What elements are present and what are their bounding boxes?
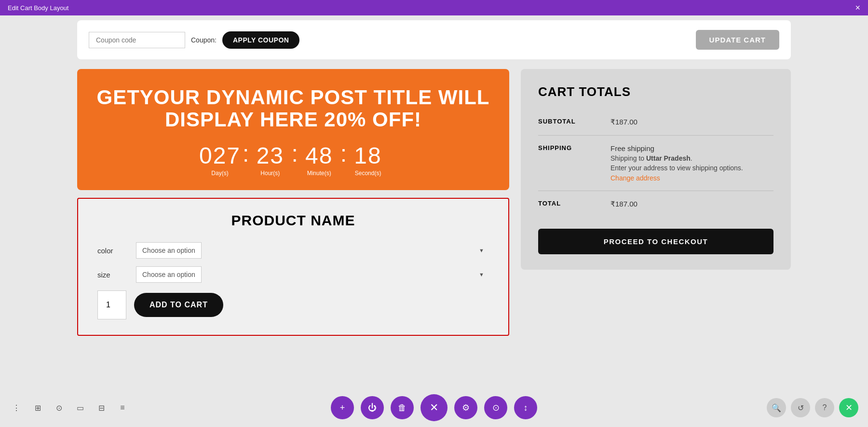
update-cart-button[interactable]: UPDATE CART xyxy=(696,30,779,50)
size-label: size xyxy=(97,271,126,279)
toolbar-tablet-icon[interactable]: ⊟ xyxy=(95,401,108,414)
shipping-free: Free shipping xyxy=(610,144,773,152)
close-icon[interactable]: × xyxy=(855,3,860,12)
size-select-wrapper: Choose an option xyxy=(136,266,489,283)
hours-value: 23 xyxy=(257,142,284,169)
toolbar-target-button[interactable]: ⊙ xyxy=(484,396,507,419)
total-value: ₹187.00 xyxy=(610,200,773,208)
coupon-label: Coupon: xyxy=(191,36,217,44)
main-content: Coupon: APPLY COUPON UPDATE CART GETYOUR… xyxy=(0,15,868,336)
countdown-hours: 23 Hour(s) xyxy=(251,142,289,177)
minutes-value: 48 xyxy=(305,142,333,169)
toolbar-search-icon[interactable]: ⊙ xyxy=(52,401,66,414)
toolbar-help-button[interactable]: ? xyxy=(815,398,834,417)
toolbar-grid-icon[interactable]: ⊞ xyxy=(31,401,44,414)
days-label: Day(s) xyxy=(211,170,228,177)
top-bar: Edit Cart Body Layout × xyxy=(0,0,868,15)
shipping-row: SHIPPING Free shipping Shipping to Uttar… xyxy=(538,136,773,191)
toolbar-mobile-icon[interactable]: ≡ xyxy=(116,401,129,414)
shipping-to: Shipping to Uttar Pradesh. xyxy=(610,154,773,162)
two-column-layout: GETYOUR DYNAMIC POST TITLE WILL DISPLAY … xyxy=(77,69,791,336)
subtotal-row: SUBTOTAL ₹187.00 xyxy=(538,109,773,136)
toolbar-settings-button[interactable]: ⚙ xyxy=(454,396,477,419)
toolbar-right: 🔍 ↺ ? ✕ xyxy=(767,398,858,417)
countdown-seconds: 18 Second(s) xyxy=(349,142,387,177)
apply-coupon-button[interactable]: APPLY COUPON xyxy=(222,31,299,49)
countdown: 027 Day(s) : 23 Hour(s) : 48 Minute(s) : xyxy=(87,142,500,177)
cart-totals-panel: CART TOTALS SUBTOTAL ₹187.00 SHIPPING Fr… xyxy=(521,69,791,270)
size-option-row: size Choose an option xyxy=(97,266,489,283)
proceed-to-checkout-button[interactable]: PROCEED TO CHECKOUT xyxy=(538,229,773,254)
coupon-row: Coupon: APPLY COUPON UPDATE CART xyxy=(77,20,791,59)
add-to-cart-row: ADD TO CART xyxy=(97,290,489,319)
quantity-input[interactable] xyxy=(97,290,126,319)
toolbar-desktop-icon[interactable]: ▭ xyxy=(73,401,87,414)
shipping-value: Free shipping Shipping to Uttar Pradesh.… xyxy=(610,144,773,182)
bottom-toolbar: ⋮ ⊞ ⊙ ▭ ⊟ ≡ + ⏻ 🗑 ✕ ⚙ ⊙ ↕ 🔍 ↺ ? ✕ xyxy=(0,388,868,427)
change-address-link[interactable]: Change address xyxy=(610,174,660,182)
color-select[interactable]: Choose an option xyxy=(136,242,202,259)
color-option-row: color Choose an option xyxy=(97,242,489,259)
add-to-cart-button[interactable]: ADD TO CART xyxy=(134,293,223,317)
left-column: GETYOUR DYNAMIC POST TITLE WILL DISPLAY … xyxy=(77,69,509,336)
color-select-wrapper: Choose an option xyxy=(136,242,489,259)
toolbar-delete-button[interactable]: 🗑 xyxy=(391,396,414,419)
minutes-label: Minute(s) xyxy=(307,170,331,177)
toolbar-center: + ⏻ 🗑 ✕ ⚙ ⊙ ↕ xyxy=(331,394,537,421)
shipping-enter: Enter your address to view shipping opti… xyxy=(610,164,773,172)
total-label: TOTAL xyxy=(538,200,601,207)
days-value: 027 xyxy=(199,142,241,169)
toolbar-left: ⋮ ⊞ ⊙ ▭ ⊟ ≡ xyxy=(10,401,129,414)
toolbar-refresh-button[interactable]: ↺ xyxy=(791,398,810,417)
coupon-input[interactable] xyxy=(89,32,185,48)
product-name: PRODUCT NAME xyxy=(97,212,489,229)
countdown-days: 027 Day(s) xyxy=(199,142,241,177)
seconds-value: 18 xyxy=(354,142,381,169)
total-row: TOTAL ₹187.00 xyxy=(538,191,773,217)
subtotal-label: SUBTOTAL xyxy=(538,118,601,125)
color-label: color xyxy=(97,247,126,255)
coupon-left: Coupon: APPLY COUPON xyxy=(89,31,299,49)
size-select[interactable]: Choose an option xyxy=(136,266,202,283)
toolbar-add-button[interactable]: + xyxy=(331,396,354,419)
countdown-sep-2: : xyxy=(289,142,299,165)
toolbar-confirm-button[interactable]: ✕ xyxy=(839,398,858,417)
countdown-minutes: 48 Minute(s) xyxy=(300,142,339,177)
toolbar-menu-icon[interactable]: ⋮ xyxy=(10,401,23,414)
shipping-label: SHIPPING xyxy=(538,144,601,152)
toolbar-close-button[interactable]: ✕ xyxy=(420,394,448,421)
hours-label: Hour(s) xyxy=(260,170,280,177)
countdown-sep-1: : xyxy=(241,142,251,165)
toolbar-zoom-button[interactable]: 🔍 xyxy=(767,398,786,417)
top-bar-title: Edit Cart Body Layout xyxy=(8,4,68,12)
toolbar-power-button[interactable]: ⏻ xyxy=(361,396,384,419)
countdown-sep-3: : xyxy=(339,142,349,165)
cart-totals-title: CART TOTALS xyxy=(538,84,773,99)
toolbar-sort-button[interactable]: ↕ xyxy=(514,396,537,419)
product-card: PRODUCT NAME color Choose an option size… xyxy=(77,198,509,336)
seconds-label: Second(s) xyxy=(355,170,381,177)
promo-title: GETYOUR DYNAMIC POST TITLE WILL DISPLAY … xyxy=(87,86,500,131)
promo-banner: GETYOUR DYNAMIC POST TITLE WILL DISPLAY … xyxy=(77,69,509,190)
subtotal-value: ₹187.00 xyxy=(610,118,773,126)
